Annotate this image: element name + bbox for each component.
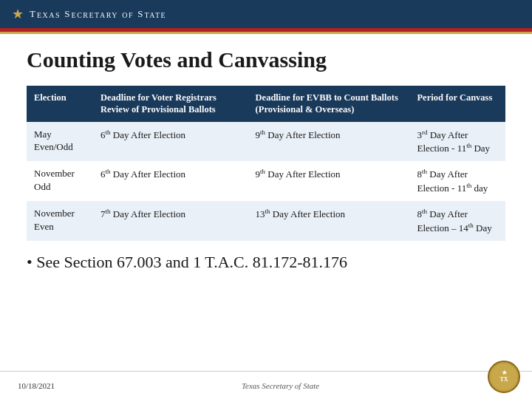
footer-org: Texas Secretary of State <box>242 381 319 390</box>
col-header-evbb-deadline: Deadline for EVBB to Count Ballots (Prov… <box>248 86 410 122</box>
election-cell: November Odd <box>27 161 93 201</box>
header-logo: TEXAS SECRETARY of STATE <box>30 8 166 20</box>
canvass-period-cell: 8th Day After Election – 14th Day <box>409 201 505 241</box>
election-cell: November Even <box>27 201 93 241</box>
canvass-period-cell: 8th Day After Election - 11th day <box>409 161 505 201</box>
voter-deadline-cell: 7th Day After Election <box>93 201 248 241</box>
col-header-election: Election <box>27 86 93 122</box>
bullet-text: See Section 67.003 and 1 T.A.C. 81.172-8… <box>36 253 347 271</box>
voter-deadline-cell: 6th Day After Election <box>93 122 248 162</box>
voter-deadline-cell: 6th Day After Election <box>93 161 248 201</box>
table-header-row: Election Deadline for Voter Registrars R… <box>27 86 505 122</box>
evbb-deadline-cell: 9th Day After Election <box>248 122 410 162</box>
col-header-voter-deadline: Deadline for Voter Registrars Review of … <box>93 86 248 122</box>
evbb-deadline-cell: 13th Day After Election <box>248 201 410 241</box>
election-cell: May Even/Odd <box>27 122 93 162</box>
star-icon: ★ <box>12 6 24 22</box>
canvassing-table: Election Deadline for Voter Registrars R… <box>27 86 505 241</box>
footer-date: 10/18/2021 <box>18 381 55 390</box>
table-row: November Odd 6th Day After Election 9th … <box>27 161 505 201</box>
bullet-point: • <box>27 253 36 271</box>
seal-circle: ★TX <box>488 361 520 393</box>
table-row: November Even 7th Day After Election 13t… <box>27 201 505 241</box>
col-header-canvass-period: Period for Canvass <box>409 86 505 122</box>
main-content: Counting Votes and Canvassing Election D… <box>0 34 532 279</box>
table-row: May Even/Odd 6th Day After Election 9th … <box>27 122 505 162</box>
evbb-deadline-cell: 9th Day After Election <box>248 161 410 201</box>
texas-seal: ★TX <box>488 361 520 393</box>
page-title: Counting Votes and Canvassing <box>27 47 505 72</box>
bullet-section: • See Section 67.003 and 1 T.A.C. 81.172… <box>27 253 505 272</box>
footer: 10/18/2021 Texas Secretary of State 36 <box>0 371 532 399</box>
canvass-period-cell: 3rd Day After Election - 11th Day <box>409 122 505 162</box>
header: ★ TEXAS SECRETARY of STATE <box>0 0 532 28</box>
